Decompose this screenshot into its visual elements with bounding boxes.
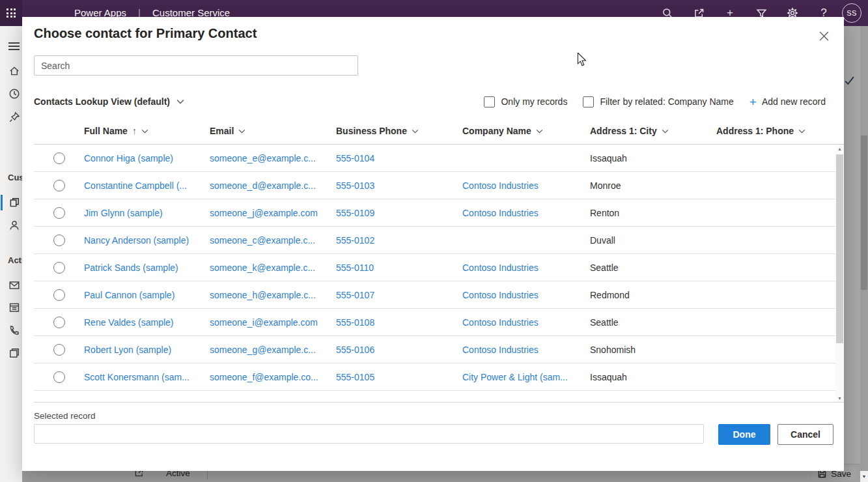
row-radio-button[interactable]: [53, 207, 65, 219]
full-name-link[interactable]: Constantine Campbell (...: [84, 180, 210, 191]
business-phone-link[interactable]: 555-0104: [336, 153, 462, 163]
email-link[interactable]: someone_e@example.c...: [210, 153, 336, 163]
full-name-link[interactable]: Rene Valdes (sample): [84, 317, 210, 328]
chevron-down-icon[interactable]: [412, 129, 419, 134]
company-name-link[interactable]: Contoso Industries: [462, 208, 590, 218]
column-header[interactable]: Business Phone: [336, 126, 462, 136]
business-phone-link[interactable]: 555-0102: [336, 235, 462, 246]
city-text: Snohomish: [590, 345, 716, 355]
table-body: Connor Higa (sample) someone_e@example.c…: [34, 145, 844, 403]
checkbox-box[interactable]: [583, 96, 594, 107]
row-radio-button[interactable]: [53, 371, 65, 383]
grid-scrollbar-thumb[interactable]: [836, 154, 843, 343]
row-radio-button[interactable]: [53, 180, 65, 191]
city-text: Renton: [590, 208, 716, 218]
dialog-title: Choose contact for Primary Contact: [34, 26, 257, 41]
column-header[interactable]: Company Name: [462, 126, 590, 136]
close-icon[interactable]: [817, 29, 831, 43]
business-phone-link[interactable]: 555-0107: [336, 290, 462, 300]
table-row[interactable]: Jim Glynn (sample) someone_j@example.com…: [34, 199, 844, 227]
cancel-button[interactable]: Cancel: [777, 424, 833, 445]
company-name-link[interactable]: City Power & Light (sam...: [462, 372, 590, 382]
table-header-row: Full Name ↑ Email Business Phone Company…: [34, 118, 844, 145]
column-header[interactable]: Address 1: Phone: [716, 126, 844, 136]
company-name-link[interactable]: Contoso Industries: [462, 317, 590, 328]
row-radio-button[interactable]: [53, 344, 65, 356]
row-radio-button[interactable]: [53, 234, 65, 246]
business-phone-link[interactable]: 555-0105: [336, 372, 462, 382]
chevron-down-icon[interactable]: [662, 129, 669, 134]
done-button[interactable]: Done: [718, 424, 770, 445]
company-name-link[interactable]: Contoso Industries: [462, 180, 590, 191]
full-name-link[interactable]: Paul Cannon (sample): [84, 290, 210, 300]
company-name-link[interactable]: Contoso Industries: [462, 345, 590, 355]
table-row[interactable]: Rene Valdes (sample) someone_i@example.c…: [34, 309, 844, 336]
user-avatar[interactable]: SS: [842, 3, 861, 23]
city-text: Seattle: [590, 317, 716, 328]
full-name-link[interactable]: Patrick Sands (sample): [84, 262, 210, 273]
grid-scroll-down-arrow[interactable]: ▼: [835, 396, 844, 401]
grid-scroll-up-arrow[interactable]: ▲: [835, 147, 844, 151]
full-name-link[interactable]: Robert Lyon (sample): [84, 345, 210, 355]
checkbox-box[interactable]: [484, 96, 495, 107]
column-header[interactable]: Address 1: City: [590, 126, 716, 136]
table-row[interactable]: Patrick Sands (sample) someone_k@example…: [34, 254, 844, 281]
page-scroll-down-arrow: ▼: [860, 471, 868, 482]
business-phone-link[interactable]: 555-0110: [336, 262, 462, 273]
email-link[interactable]: someone_g@example.c...: [210, 345, 336, 355]
business-phone-link[interactable]: 555-0103: [336, 180, 462, 191]
full-name-link[interactable]: Nancy Anderson (sample): [84, 235, 210, 246]
email-link[interactable]: someone_c@example.c...: [210, 235, 336, 246]
table-row[interactable]: Connor Higa (sample) someone_e@example.c…: [34, 145, 844, 172]
selected-indicator: [1, 195, 3, 210]
add-new-record-button[interactable]: + Add new record: [749, 96, 826, 108]
full-name-link[interactable]: Connor Higa (sample): [84, 153, 210, 163]
full-name-link[interactable]: Scott Konersmann (sam...: [84, 372, 210, 382]
email-link[interactable]: someone_k@example.c...: [210, 262, 336, 273]
column-header[interactable]: Email: [210, 126, 336, 136]
city-text: Seattle: [590, 262, 716, 273]
row-radio-button[interactable]: [53, 152, 65, 164]
full-name-link[interactable]: Jim Glynn (sample): [84, 208, 210, 218]
sort-ascending-icon: ↑: [132, 126, 137, 136]
email-link[interactable]: someone_d@example.c...: [210, 180, 336, 191]
row-radio-button[interactable]: [53, 317, 65, 328]
selected-record-input[interactable]: [34, 424, 704, 444]
business-phone-link[interactable]: 555-0106: [336, 345, 462, 355]
city-text: Duvall: [590, 235, 716, 246]
chevron-down-icon: [176, 99, 184, 104]
chevron-down-icon[interactable]: [798, 129, 805, 134]
grid-scrollbar[interactable]: ▲ ▼: [835, 145, 844, 403]
view-selector[interactable]: Contacts Lookup View (default): [34, 96, 184, 107]
email-link[interactable]: someone_f@example.co...: [210, 372, 336, 382]
column-header[interactable]: Full Name ↑: [84, 126, 210, 136]
email-link[interactable]: someone_i@example.com: [210, 317, 336, 328]
plus-icon: +: [749, 96, 757, 108]
city-text: Issaquah: [590, 153, 716, 163]
business-phone-link[interactable]: 555-0109: [336, 208, 462, 218]
search-input[interactable]: [34, 55, 358, 76]
filter-by-related-checkbox[interactable]: Filter by related: Company Name: [583, 96, 733, 107]
table-row[interactable]: Nancy Anderson (sample) someone_c@exampl…: [34, 227, 844, 254]
lookup-results-grid: Full Name ↑ Email Business Phone Company…: [34, 118, 844, 403]
table-row[interactable]: Robert Lyon (sample) someone_g@example.c…: [34, 336, 844, 363]
chevron-down-icon[interactable]: [238, 129, 245, 134]
app-launcher-icon[interactable]: [0, 0, 22, 26]
company-name-link[interactable]: Contoso Industries: [462, 262, 590, 273]
row-radio-button[interactable]: [53, 262, 65, 274]
email-link[interactable]: someone_j@example.com: [210, 208, 336, 218]
table-row[interactable]: Constantine Campbell (... someone_d@exam…: [34, 172, 844, 199]
only-my-records-checkbox[interactable]: Only my records: [484, 96, 567, 107]
chevron-down-icon[interactable]: [141, 129, 148, 134]
selected-record-label: Selected record: [34, 411, 96, 421]
lookup-dialog: Choose contact for Primary Contact Conta…: [22, 17, 844, 471]
row-radio-button[interactable]: [53, 289, 65, 301]
table-row[interactable]: Paul Cannon (sample) someone_h@example.c…: [34, 281, 844, 309]
city-text: Monroe: [590, 180, 716, 191]
table-row[interactable]: Scott Konersmann (sam... someone_f@examp…: [34, 363, 844, 391]
sidebar-group-activities: Acti: [8, 255, 24, 265]
company-name-link[interactable]: Contoso Industries: [462, 290, 590, 300]
email-link[interactable]: someone_h@example.c...: [210, 290, 336, 300]
business-phone-link[interactable]: 555-0108: [336, 317, 462, 328]
chevron-down-icon[interactable]: [536, 129, 543, 134]
